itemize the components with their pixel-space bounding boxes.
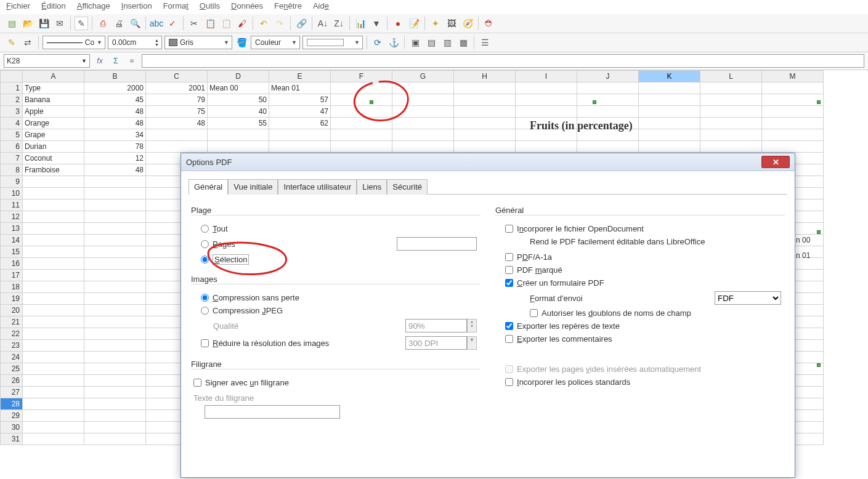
- cell-A24[interactable]: [23, 352, 84, 363]
- formula-input[interactable]: [142, 54, 864, 68]
- preview-icon[interactable]: 🔍: [128, 17, 142, 30]
- gallery-icon[interactable]: 🖼: [445, 17, 458, 30]
- star-icon[interactable]: ✦: [429, 17, 442, 30]
- cell-K4[interactable]: [639, 118, 700, 129]
- col-header-K[interactable]: K: [639, 71, 700, 83]
- submit-format-select[interactable]: FDF: [715, 291, 781, 305]
- checkbox-comments[interactable]: [505, 335, 513, 343]
- new-doc-icon[interactable]: ▤: [5, 17, 18, 30]
- cell-E5[interactable]: [269, 129, 331, 141]
- menu-tools[interactable]: Outils: [200, 1, 220, 10]
- cell-A29[interactable]: [23, 410, 84, 422]
- row-header-19[interactable]: 19: [1, 293, 23, 305]
- checkbox-reduce-resolution[interactable]: [201, 339, 209, 347]
- row-header-10[interactable]: 10: [1, 188, 23, 199]
- cell-B3[interactable]: 48: [84, 106, 146, 118]
- cell-B20[interactable]: [84, 305, 146, 316]
- cell-E2[interactable]: 57: [269, 94, 331, 106]
- cell-G2[interactable]: [392, 94, 454, 106]
- function-wizard-icon[interactable]: fx: [94, 55, 106, 67]
- cell-F4[interactable]: [331, 118, 392, 129]
- cell-A30[interactable]: [23, 422, 84, 433]
- cell-B27[interactable]: [84, 387, 146, 398]
- fill-type-combo[interactable]: Couleur▼: [251, 36, 300, 49]
- row-header-2[interactable]: 2: [1, 94, 23, 106]
- spellcheck-icon[interactable]: abc: [150, 17, 163, 30]
- row-header-24[interactable]: 24: [1, 352, 23, 363]
- row-header-15[interactable]: 15: [1, 246, 23, 258]
- col-header-H[interactable]: H: [454, 71, 516, 83]
- cell-F2[interactable]: [331, 94, 392, 106]
- cell-A5[interactable]: Grape: [23, 129, 84, 141]
- hyperlink-icon[interactable]: 🔗: [294, 17, 308, 30]
- cell-B7[interactable]: 12: [84, 153, 146, 164]
- row-header-21[interactable]: 21: [1, 316, 23, 328]
- cell-H1[interactable]: [454, 83, 516, 94]
- cell-K5[interactable]: [639, 129, 700, 141]
- cell-B10[interactable]: [84, 188, 146, 199]
- radio-all[interactable]: [201, 225, 209, 233]
- row-header-1[interactable]: 1: [1, 83, 23, 94]
- row-header-3[interactable]: 3: [1, 106, 23, 118]
- col-header-C[interactable]: C: [146, 71, 208, 83]
- row-header-5[interactable]: 5: [1, 129, 23, 141]
- cell-B28[interactable]: [84, 398, 146, 410]
- cell-A13[interactable]: [23, 223, 84, 235]
- cell-A22[interactable]: [23, 328, 84, 340]
- backward-icon[interactable]: ▥: [440, 36, 454, 49]
- checkbox-tagged[interactable]: [505, 266, 513, 274]
- navigator-icon[interactable]: 🧭: [461, 17, 474, 30]
- cell-C3[interactable]: 75: [146, 106, 208, 118]
- radio-jpeg[interactable]: [201, 307, 209, 315]
- sort-asc-icon[interactable]: A↓: [316, 17, 330, 30]
- redo-icon[interactable]: ↷: [273, 17, 286, 30]
- save-icon[interactable]: 💾: [37, 17, 51, 30]
- radio-lossless[interactable]: [201, 294, 209, 302]
- cell-L5[interactable]: [700, 129, 762, 141]
- back-icon[interactable]: ▦: [456, 36, 470, 49]
- cell-A26[interactable]: [23, 375, 84, 387]
- cell-A14[interactable]: [23, 235, 84, 246]
- col-header-F[interactable]: F: [331, 71, 392, 83]
- menu-format[interactable]: Format: [163, 1, 189, 10]
- cell-B12[interactable]: [84, 211, 146, 223]
- object-handle[interactable]: [817, 230, 821, 234]
- cell-I3[interactable]: [516, 106, 577, 118]
- line-color-combo[interactable]: Gris▼: [164, 36, 232, 49]
- row-header-16[interactable]: 16: [1, 258, 23, 270]
- sort-desc-icon[interactable]: Z↓: [332, 17, 346, 30]
- cell-B21[interactable]: [84, 316, 146, 328]
- col-header-G[interactable]: G: [392, 71, 454, 83]
- cell-B11[interactable]: [84, 199, 146, 211]
- forward-icon[interactable]: ▤: [424, 36, 438, 49]
- cell-J2[interactable]: [577, 94, 639, 106]
- anchor-icon[interactable]: ⚓: [387, 36, 400, 49]
- cell-M1[interactable]: [762, 83, 824, 94]
- tab-security[interactable]: Sécurité: [387, 179, 428, 195]
- col-header-B[interactable]: B: [84, 71, 146, 83]
- cell-A9[interactable]: [23, 176, 84, 188]
- cell-A16[interactable]: [23, 258, 84, 270]
- cell-A6[interactable]: Durian: [23, 141, 84, 153]
- line-width-combo[interactable]: 0.00cm ▲▼: [108, 36, 162, 49]
- name-box[interactable]: K28 ▼: [4, 54, 90, 68]
- tab-general[interactable]: Général: [189, 179, 228, 195]
- edit-doc-icon[interactable]: 📝: [407, 17, 421, 30]
- undo-icon[interactable]: ↶: [257, 17, 270, 30]
- cell-J3[interactable]: [577, 106, 639, 118]
- cell-B1[interactable]: 2000: [84, 83, 146, 94]
- cell-A23[interactable]: [23, 340, 84, 352]
- mail-icon[interactable]: ✉: [53, 17, 67, 30]
- cell-D6[interactable]: [208, 141, 269, 153]
- row-header-26[interactable]: 26: [1, 375, 23, 387]
- cell-K2[interactable]: [639, 94, 700, 106]
- row-header-17[interactable]: 17: [1, 270, 23, 281]
- checkbox-embed-fonts[interactable]: [505, 378, 513, 386]
- checkbox-create-form[interactable]: [505, 279, 513, 287]
- row-header-13[interactable]: 13: [1, 223, 23, 235]
- cell-B16[interactable]: [84, 258, 146, 270]
- cell-D2[interactable]: 50: [208, 94, 269, 106]
- cell-B29[interactable]: [84, 410, 146, 422]
- cell-C2[interactable]: 79: [146, 94, 208, 106]
- cell-D4[interactable]: 55: [208, 118, 269, 129]
